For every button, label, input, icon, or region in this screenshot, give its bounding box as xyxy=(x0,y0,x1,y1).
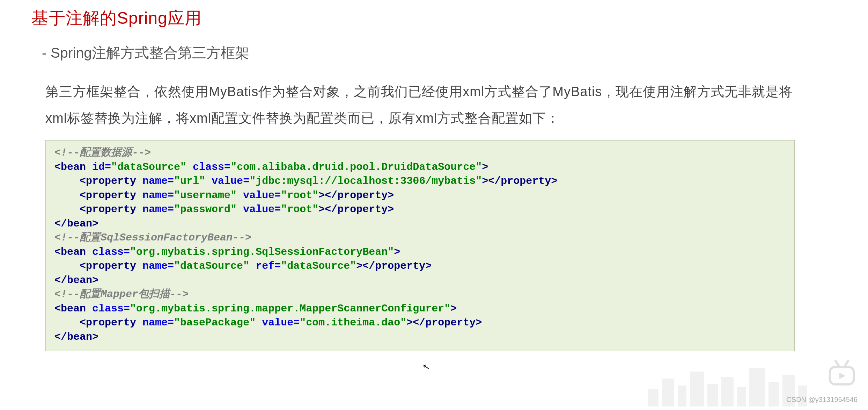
bullet: - xyxy=(42,46,46,61)
svg-rect-3 xyxy=(690,372,704,407)
code-line: <property name="url" value="jdbc:mysql:/… xyxy=(54,174,786,188)
code-line: </bean> xyxy=(54,273,786,288)
code-line: <!--配置SqlSessionFactoryBean--> xyxy=(54,231,786,245)
code-line: <bean class="org.mybatis.spring.SqlSessi… xyxy=(54,245,786,259)
svg-rect-1 xyxy=(662,379,674,407)
xml-comment: <!--配置Mapper包扫描--> xyxy=(54,288,189,300)
svg-marker-14 xyxy=(839,373,846,379)
bilibili-tv-icon xyxy=(826,358,858,389)
skyline-decoration xyxy=(648,365,809,407)
code-line: </bean> xyxy=(54,217,786,231)
code-line: </bean> xyxy=(54,330,786,344)
svg-rect-2 xyxy=(678,386,686,407)
svg-rect-7 xyxy=(749,368,765,407)
mouse-cursor-icon: ↖ xyxy=(422,361,431,372)
svg-rect-5 xyxy=(721,377,734,407)
xml-comment: <!--配置数据源--> xyxy=(54,147,151,159)
code-line: <!--配置Mapper包扫描--> xyxy=(54,287,786,302)
slide-subtitle: Spring注解方式整合第三方框架 xyxy=(51,43,250,63)
slide-content: 基于注解的Spring应用 - Spring注解方式整合第三方框架 第三方框架整… xyxy=(0,0,868,351)
code-line: <property name="dataSource" ref="dataSou… xyxy=(54,259,786,273)
code-line: <bean id="dataSource" class="com.alibaba… xyxy=(54,160,786,174)
csdn-watermark: CSDN @y3131954546 xyxy=(786,396,858,404)
slide-title: 基于注解的Spring应用 xyxy=(31,7,837,29)
code-line: <property name="username" value="root"><… xyxy=(54,188,786,203)
xml-comment: <!--配置SqlSessionFactoryBean--> xyxy=(54,232,251,244)
code-line: <bean class="org.mybatis.spring.mapper.M… xyxy=(54,302,786,316)
code-line: <property name="password" value="root"><… xyxy=(54,202,786,217)
svg-rect-6 xyxy=(737,387,746,407)
subtitle-row: - Spring注解方式整合第三方框架 xyxy=(42,43,837,63)
code-block: <!--配置数据源--> <bean id="dataSource" class… xyxy=(45,140,795,351)
svg-rect-8 xyxy=(768,382,779,407)
code-line: <!--配置数据源--> xyxy=(54,146,786,160)
svg-rect-4 xyxy=(707,384,718,407)
slide-paragraph: 第三方框架整合，依然使用MyBatis作为整合对象，之前我们已经使用xml方式整… xyxy=(45,78,795,131)
svg-rect-0 xyxy=(648,389,659,407)
code-line: <property name="basePackage" value="com.… xyxy=(54,316,786,330)
